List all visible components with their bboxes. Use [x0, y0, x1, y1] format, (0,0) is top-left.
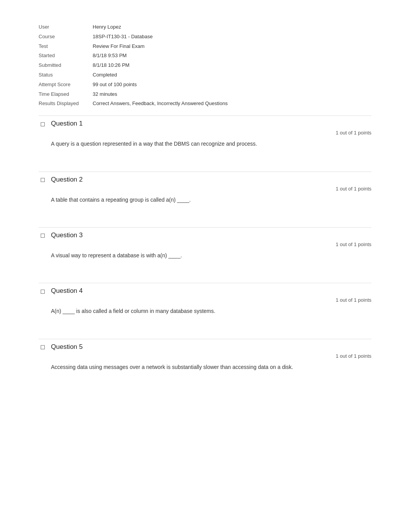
info-label: User	[39, 23, 93, 31]
info-label: Results Displayed	[39, 100, 93, 108]
info-value: Henry Lopez	[93, 23, 121, 31]
question-block: ◻Question 11 out of 1 pointsA query is a…	[39, 116, 371, 148]
questions-container: ◻Question 11 out of 1 pointsA query is a…	[39, 116, 371, 371]
question-icon: ◻	[39, 287, 46, 295]
question-block: ◻Question 31 out of 1 pointsA visual way…	[39, 227, 371, 260]
question-block: ◻Question 51 out of 1 pointsAccessing da…	[39, 339, 371, 371]
question-block: ◻Question 21 out of 1 pointsA table that…	[39, 172, 371, 204]
info-row: Submitted8/1/18 10:26 PM	[39, 61, 371, 70]
info-value: 99 out of 100 points	[93, 81, 137, 89]
question-icon: ◻	[39, 343, 46, 350]
question-block: ◻Question 41 out of 1 pointsA(n) ____ is…	[39, 283, 371, 315]
question-title: Question 5	[51, 343, 83, 351]
info-value: 18SP-IT130-31 - Database	[93, 33, 152, 41]
question-header: ◻Question 3	[39, 231, 371, 239]
question-header: ◻Question 1	[39, 120, 371, 127]
question-title: Question 2	[51, 176, 83, 184]
question-score: 1 out of 1 points	[39, 241, 371, 247]
question-score: 1 out of 1 points	[39, 186, 371, 192]
question-score: 1 out of 1 points	[39, 130, 371, 136]
question-title: Question 3	[51, 231, 83, 239]
question-score: 1 out of 1 points	[39, 297, 371, 303]
info-label: Time Elapsed	[39, 90, 93, 99]
info-label: Test	[39, 42, 93, 51]
page-container: UserHenry LopezCourse18SP-IT130-31 - Dat…	[0, 0, 410, 418]
question-header: ◻Question 4	[39, 287, 371, 295]
info-row: Time Elapsed32 minutes	[39, 90, 371, 99]
question-title: Question 4	[51, 287, 83, 295]
info-row: Started8/1/18 9:53 PM	[39, 52, 371, 60]
info-label: Course	[39, 33, 93, 41]
question-title: Question 1	[51, 120, 83, 127]
question-body: A(n) ____ is also called a field or colu…	[51, 307, 371, 315]
question-body: A visual way to represent a database is …	[51, 251, 371, 260]
question-header: ◻Question 2	[39, 176, 371, 184]
question-header: ◻Question 5	[39, 343, 371, 351]
question-body: A query is a question represented in a w…	[51, 139, 371, 148]
info-table: UserHenry LopezCourse18SP-IT130-31 - Dat…	[39, 23, 371, 108]
question-score: 1 out of 1 points	[39, 353, 371, 359]
question-icon: ◻	[39, 176, 46, 183]
info-value: 8/1/18 9:53 PM	[93, 52, 127, 60]
info-row: TestReview For Final Exam	[39, 42, 371, 51]
info-row: Results DisplayedCorrect Answers, Feedba…	[39, 100, 371, 108]
question-icon: ◻	[39, 120, 46, 127]
info-label: Attempt Score	[39, 81, 93, 89]
info-value: 8/1/18 10:26 PM	[93, 61, 129, 70]
info-row: UserHenry Lopez	[39, 23, 371, 31]
info-value: Completed	[93, 71, 117, 79]
info-label: Submitted	[39, 61, 93, 70]
info-row: StatusCompleted	[39, 71, 371, 79]
question-body: Accessing data using messages over a net…	[51, 363, 371, 371]
info-label: Started	[39, 52, 93, 60]
question-body: A table that contains a repeating group …	[51, 195, 371, 204]
info-value: Review For Final Exam	[93, 42, 144, 51]
info-label: Status	[39, 71, 93, 79]
info-value: Correct Answers, Feedback, Incorrectly A…	[93, 100, 228, 108]
info-value: 32 minutes	[93, 90, 117, 99]
info-row: Attempt Score99 out of 100 points	[39, 81, 371, 89]
info-row: Course18SP-IT130-31 - Database	[39, 33, 371, 41]
question-icon: ◻	[39, 231, 46, 239]
